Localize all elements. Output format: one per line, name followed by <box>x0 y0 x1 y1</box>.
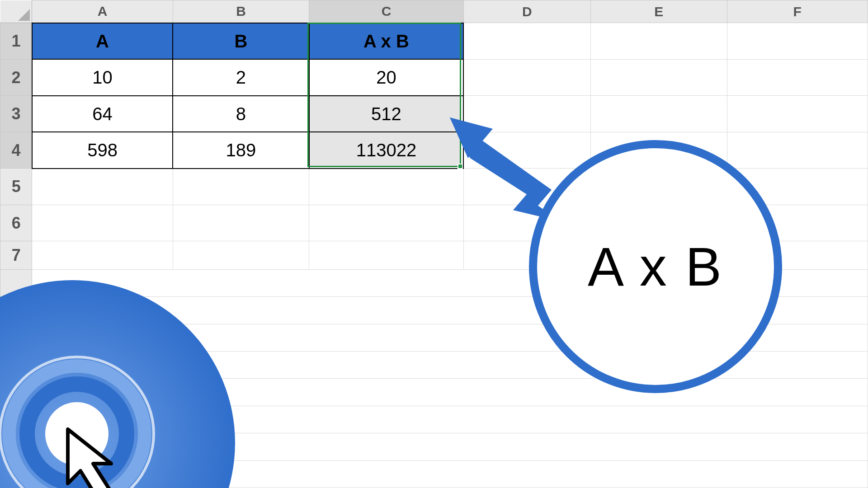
row-header-6[interactable]: 6 <box>0 205 32 241</box>
column-header-E[interactable]: E <box>591 0 727 23</box>
spreadsheet-viewport: A B C D E F 1 A B A x B 2 10 2 20 3 6 <box>0 0 868 488</box>
cell-B5[interactable] <box>173 169 309 205</box>
cell-E2[interactable] <box>591 59 727 96</box>
row-header-1[interactable]: 1 <box>0 23 32 60</box>
cell-C5[interactable] <box>309 169 464 205</box>
row-header-5[interactable]: 5 <box>0 169 32 205</box>
cell-F3[interactable] <box>727 96 868 132</box>
row-1: 1 A B A x B <box>0 23 868 60</box>
row-header-2[interactable]: 2 <box>0 59 32 96</box>
cell-A1[interactable]: A <box>32 23 173 60</box>
row-2: 2 10 2 20 <box>0 59 868 96</box>
column-header-D[interactable]: D <box>463 0 590 23</box>
cell-D2[interactable] <box>463 59 590 96</box>
cell-B2[interactable]: 2 <box>173 59 309 96</box>
column-header-A[interactable]: A <box>32 0 173 23</box>
cell-F4[interactable] <box>727 132 868 169</box>
row-3: 3 64 8 512 <box>0 96 868 132</box>
column-header-B[interactable]: B <box>173 0 309 23</box>
select-all-triangle-icon <box>18 9 30 21</box>
row-4: 4 598 189 113022 <box>0 132 868 169</box>
cell-E3[interactable] <box>591 96 727 132</box>
cell-C1[interactable]: A x B <box>309 23 464 60</box>
row-header-4[interactable]: 4 <box>0 132 32 169</box>
cell-B3[interactable]: 8 <box>173 96 309 132</box>
select-all-corner[interactable] <box>0 0 32 23</box>
cell-D1[interactable] <box>463 23 590 60</box>
cell-C2[interactable]: 20 <box>309 59 464 96</box>
callout-text: A x B <box>588 235 723 298</box>
cell-A5[interactable] <box>32 169 173 205</box>
cell-C3[interactable]: 512 <box>309 96 464 132</box>
cell-A2[interactable]: 10 <box>32 59 173 96</box>
cell-C7[interactable] <box>309 241 464 269</box>
row-header-3[interactable]: 3 <box>0 96 32 132</box>
cell-E1[interactable] <box>591 23 727 60</box>
cell-C4[interactable]: 113022 <box>309 132 464 169</box>
cell-B4[interactable]: 189 <box>173 132 309 169</box>
svg-marker-0 <box>18 9 30 21</box>
column-header-row: A B C D E F <box>0 0 868 23</box>
cell-C6[interactable] <box>309 205 464 241</box>
callout-bubble: A x B <box>529 140 782 393</box>
cell-A3[interactable]: 64 <box>32 96 173 132</box>
cell-A7[interactable] <box>32 241 173 269</box>
column-header-F[interactable]: F <box>727 0 868 23</box>
cell-B1[interactable]: B <box>173 23 309 60</box>
cell-B6[interactable] <box>173 205 309 241</box>
column-header-C[interactable]: C <box>309 0 464 23</box>
cell-F2[interactable] <box>727 59 868 96</box>
cell-A4[interactable]: 598 <box>32 132 173 169</box>
cell-B7[interactable] <box>173 241 309 269</box>
row-header-7[interactable]: 7 <box>0 241 32 269</box>
cell-F1[interactable] <box>727 23 868 60</box>
brand-logo-icon <box>0 280 235 488</box>
cell-A6[interactable] <box>32 205 173 241</box>
